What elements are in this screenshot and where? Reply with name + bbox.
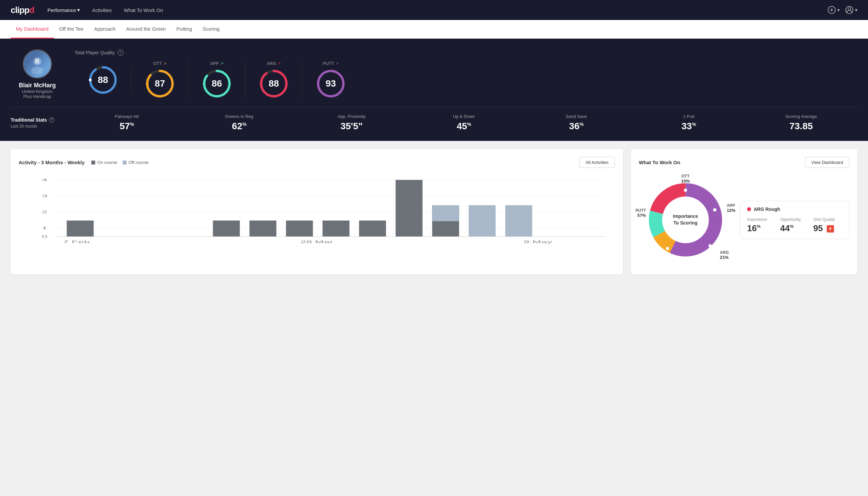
player-name: Blair McHarg bbox=[19, 82, 56, 89]
legend-on-course: On course bbox=[91, 160, 117, 165]
svg-rect-34 bbox=[213, 220, 240, 236]
shot-quality-value: 95 ▼ bbox=[814, 223, 842, 233]
scoring-avg-value: 73.85 bbox=[745, 121, 857, 131]
importance-value: 16% bbox=[747, 223, 776, 233]
app-value: 86 bbox=[211, 78, 222, 89]
greens-in-reg-value: 62% bbox=[183, 121, 295, 131]
all-activities-button[interactable]: All Activities bbox=[579, 157, 615, 168]
stat-fairways-hit: Fairways Hit 57% bbox=[70, 114, 183, 131]
arg-opportunity-metric: Opportunity 44% bbox=[780, 217, 809, 233]
help-icon[interactable]: ? bbox=[117, 50, 124, 56]
ott-trend-arrow: ↗ bbox=[163, 61, 167, 66]
svg-point-13 bbox=[146, 82, 148, 85]
svg-rect-41 bbox=[432, 205, 459, 221]
tab-around-the-green[interactable]: Around the Green bbox=[121, 20, 171, 38]
svg-point-19 bbox=[260, 82, 263, 85]
chevron-down-icon: ▾ bbox=[837, 7, 840, 13]
svg-rect-39 bbox=[396, 180, 423, 236]
activity-title: Activity - 3 Months - Weekly bbox=[19, 159, 84, 165]
ott-donut-label: OTT 10% bbox=[681, 174, 690, 184]
chevron-down-icon: ▾ bbox=[855, 7, 857, 13]
circle-app: 86 bbox=[202, 68, 232, 98]
svg-rect-43 bbox=[505, 205, 532, 236]
putt-trend-arrow: ↗ bbox=[335, 61, 339, 66]
activity-left: Activity - 3 Months - Weekly On course O… bbox=[19, 159, 148, 165]
circle-arg: 88 bbox=[259, 68, 289, 98]
hero-section: B Blair McHarg United Kingdom Plus Handi… bbox=[0, 38, 868, 141]
nav-links: Performance ▾ Activities What To Work On bbox=[48, 7, 163, 13]
svg-text:4: 4 bbox=[42, 178, 48, 182]
scores-grid: 88 OTT ↗ 87 bbox=[75, 61, 857, 98]
work-content: Importance To Scoring OTT 10% APP 12% AR… bbox=[639, 173, 849, 266]
tab-approach[interactable]: Approach bbox=[89, 20, 121, 38]
nav-right: ▾ ▾ bbox=[827, 6, 857, 14]
trad-stats-title: Traditional Stats ? bbox=[11, 117, 70, 123]
svg-point-22 bbox=[317, 82, 319, 85]
arg-indicator-dot bbox=[747, 207, 751, 211]
arg-shot-quality-metric: Shot Quality 95 ▼ bbox=[814, 217, 842, 233]
score-overall: 88 bbox=[75, 65, 131, 95]
stat-sand-save: Sand Save 36% bbox=[520, 114, 632, 131]
nav-performance[interactable]: Performance ▾ bbox=[48, 7, 80, 13]
player-handicap: Plus Handicap bbox=[23, 94, 51, 99]
legend: On course Off course bbox=[91, 160, 148, 165]
shot-quality-badge: ▼ bbox=[827, 225, 834, 233]
svg-point-16 bbox=[203, 82, 206, 85]
content-area: Activity - 3 Months - Weekly On course O… bbox=[0, 141, 868, 282]
tab-off-the-tee[interactable]: Off the Tee bbox=[54, 20, 89, 38]
svg-rect-38 bbox=[359, 220, 386, 236]
svg-text:0: 0 bbox=[42, 234, 48, 238]
score-putt: PUTT ↗ 93 bbox=[302, 61, 359, 98]
user-menu-button[interactable]: ▾ bbox=[845, 6, 857, 14]
score-app: APP ↗ 86 bbox=[189, 61, 246, 98]
svg-text:2: 2 bbox=[42, 210, 48, 214]
donut-center-label: Importance To Scoring bbox=[673, 213, 698, 226]
player-country: United Kingdom bbox=[22, 89, 53, 94]
nav-what-to-work-on[interactable]: What To Work On bbox=[124, 7, 163, 13]
what-to-work-on-card: What To Work On View Dashboard bbox=[631, 149, 857, 275]
activity-card-header: Activity - 3 Months - Weekly On course O… bbox=[19, 157, 615, 168]
activity-chart-svg: 4 3 2 1 0 bbox=[19, 173, 615, 247]
circle-putt: 93 bbox=[316, 68, 346, 98]
tab-my-dashboard[interactable]: My Dashboard bbox=[11, 20, 54, 38]
player-info: B Blair McHarg United Kingdom Plus Handi… bbox=[11, 49, 64, 99]
logo[interactable]: clippd bbox=[11, 5, 34, 15]
hero-inner: B Blair McHarg United Kingdom Plus Handi… bbox=[11, 49, 857, 99]
stat-scoring-average: Scoring Average 73.85 bbox=[745, 114, 857, 131]
svg-rect-35 bbox=[250, 220, 277, 236]
app-donut-label: APP 12% bbox=[727, 203, 736, 213]
trad-help-icon[interactable]: ? bbox=[49, 117, 54, 123]
tab-putting[interactable]: Putting bbox=[171, 20, 198, 38]
svg-point-54 bbox=[666, 247, 669, 250]
work-on-title: What To Work On bbox=[639, 159, 680, 165]
stat-1-putt: 1 Putt 33% bbox=[632, 114, 745, 131]
arg-detail-card: ARG Rough Importance 16% Opportunity 44% bbox=[740, 201, 849, 239]
circle-overall: 88 bbox=[88, 65, 118, 95]
scores-label: Total Player Quality ? bbox=[75, 50, 857, 56]
work-on-header: What To Work On View Dashboard bbox=[639, 157, 849, 168]
sub-nav: My Dashboard Off the Tee Approach Around… bbox=[0, 20, 868, 38]
svg-rect-42 bbox=[469, 205, 495, 236]
app-proximity-value: 35'5" bbox=[296, 121, 408, 131]
stat-up-and-down: Up & Down 45% bbox=[408, 114, 520, 131]
add-button[interactable]: ▾ bbox=[827, 6, 840, 14]
arg-detail-title: ARG Rough bbox=[747, 206, 842, 212]
svg-rect-36 bbox=[286, 220, 313, 236]
arg-donut-label: ARG 21% bbox=[720, 250, 729, 260]
top-nav: clippd Performance ▾ Activities What To … bbox=[0, 0, 868, 20]
nav-activities[interactable]: Activities bbox=[92, 7, 112, 13]
view-dashboard-button[interactable]: View Dashboard bbox=[805, 157, 849, 168]
tab-scoring[interactable]: Scoring bbox=[198, 20, 225, 38]
svg-text:28 Mar: 28 Mar bbox=[300, 240, 333, 244]
up-down-value: 45% bbox=[408, 121, 520, 131]
score-arg: ARG ↗ 88 bbox=[246, 61, 302, 98]
svg-rect-37 bbox=[322, 220, 349, 236]
arg-value: 88 bbox=[268, 78, 279, 89]
svg-text:7 Feb: 7 Feb bbox=[63, 240, 90, 244]
svg-text:9 May: 9 May bbox=[524, 240, 553, 244]
svg-point-53 bbox=[708, 244, 712, 248]
svg-point-52 bbox=[713, 208, 716, 212]
chevron-down-icon: ▾ bbox=[77, 7, 80, 13]
svg-point-6 bbox=[31, 67, 43, 74]
activity-chart-area: 4 3 2 1 0 bbox=[19, 173, 615, 247]
